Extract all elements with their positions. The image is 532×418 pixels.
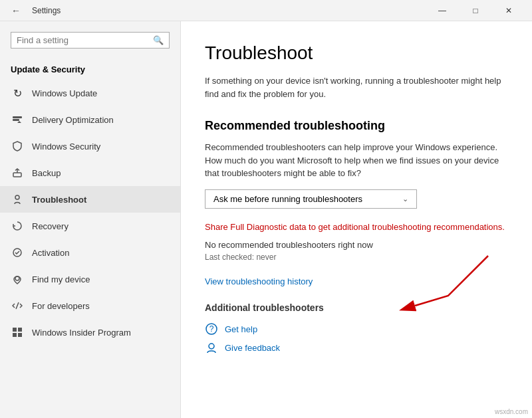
sidebar-item-backup[interactable]: Backup <box>0 159 180 186</box>
titlebar-title: Settings <box>32 6 427 15</box>
app-body: 🔍 Update & Security ↻ Windows Update Del… <box>0 21 532 418</box>
svg-rect-10 <box>18 328 22 332</box>
sidebar-item-find-my-device[interactable]: Find my device <box>0 266 180 292</box>
search-input[interactable] <box>17 35 153 45</box>
sidebar-item-label: Recovery <box>32 221 68 231</box>
watermark: wsxdn.com <box>495 408 528 415</box>
sidebar-item-label: Troubleshoot <box>32 195 86 205</box>
find-my-device-icon <box>11 272 24 286</box>
give-feedback-label: Give feedback <box>225 343 280 353</box>
dropdown-label: Ask me before running troubleshooters <box>213 194 362 204</box>
page-title: Troubleshoot <box>205 43 508 64</box>
sidebar-item-activation[interactable]: Activation <box>0 239 180 266</box>
give-feedback-link[interactable]: Give feedback <box>205 341 508 354</box>
sidebar-item-label: Windows Update <box>32 88 97 98</box>
troubleshoot-dropdown[interactable]: Ask me before running troubleshooters ⌄ <box>205 189 417 209</box>
last-checked-text: Last checked: never <box>205 253 508 262</box>
recommended-section-heading: Recommended troubleshooting <box>205 119 508 133</box>
minimize-button[interactable]: — <box>427 0 458 21</box>
svg-rect-3 <box>13 173 21 177</box>
additional-section: Additional troubleshooters <box>205 302 508 313</box>
titlebar: ← Settings — □ ✕ <box>0 0 532 21</box>
no-troubleshooters-status: No recommended troubleshooters right now <box>205 240 508 250</box>
sidebar-header: 🔍 <box>0 21 180 62</box>
main-panel: Troubleshoot If something on your device… <box>181 21 532 418</box>
windows-update-icon: ↻ <box>11 86 24 100</box>
troubleshoot-icon <box>11 193 24 206</box>
svg-line-8 <box>16 302 19 309</box>
search-box[interactable]: 🔍 <box>11 32 170 49</box>
for-developers-icon <box>11 299 24 312</box>
backup-icon <box>11 166 24 179</box>
windows-insider-icon <box>11 326 24 339</box>
sidebar-item-troubleshoot[interactable]: Troubleshoot <box>0 186 180 213</box>
sidebar-section-title: Update & Security <box>0 62 180 80</box>
delivery-optimization-icon <box>11 113 24 126</box>
sidebar-item-label: Delivery Optimization <box>32 115 114 125</box>
svg-point-5 <box>15 195 19 199</box>
get-help-icon: ? <box>205 322 218 336</box>
get-help-label: Get help <box>225 324 257 334</box>
give-feedback-icon <box>205 341 218 354</box>
svg-rect-0 <box>13 116 22 118</box>
sidebar: 🔍 Update & Security ↻ Windows Update Del… <box>0 21 181 418</box>
svg-rect-1 <box>13 119 19 121</box>
page-subtitle: If something on your device isn't workin… <box>205 74 508 100</box>
maximize-button[interactable]: □ <box>460 0 491 21</box>
sidebar-item-windows-insider[interactable]: Windows Insider Program <box>0 319 180 346</box>
svg-text:?: ? <box>209 324 214 334</box>
svg-rect-11 <box>13 333 17 337</box>
search-icon: 🔍 <box>153 35 164 45</box>
view-history-link[interactable]: View troubleshooting history <box>205 276 313 286</box>
windows-security-icon <box>11 140 24 153</box>
svg-rect-12 <box>18 333 22 337</box>
additional-troubleshooters-heading: Additional troubleshooters <box>205 302 508 313</box>
sidebar-item-label: Find my device <box>32 274 90 284</box>
svg-marker-2 <box>17 121 21 123</box>
activation-icon <box>11 246 24 259</box>
chevron-down-icon: ⌄ <box>402 195 408 203</box>
sidebar-item-delivery-optimization[interactable]: Delivery Optimization <box>0 106 180 133</box>
sidebar-item-for-developers[interactable]: For developers <box>0 292 180 319</box>
close-button[interactable]: ✕ <box>493 0 524 21</box>
back-button[interactable]: ← <box>8 3 24 19</box>
svg-rect-9 <box>13 328 17 332</box>
share-link-container: Share Full Diagnostic data to get additi… <box>205 221 508 241</box>
sidebar-item-label: Windows Security <box>32 142 100 152</box>
get-help-link[interactable]: ? Get help <box>205 322 508 336</box>
sidebar-item-windows-update[interactable]: ↻ Windows Update <box>0 80 180 106</box>
sidebar-item-label: Backup <box>32 168 61 178</box>
recommended-section-desc: Recommended troubleshooters can help imp… <box>205 141 508 180</box>
sidebar-item-label: Windows Insider Program <box>32 328 131 338</box>
sidebar-item-recovery[interactable]: Recovery <box>0 213 180 239</box>
window-controls: — □ ✕ <box>427 0 524 21</box>
svg-point-16 <box>209 344 214 349</box>
sidebar-item-windows-security[interactable]: Windows Security <box>0 133 180 159</box>
sidebar-item-label: For developers <box>32 301 90 311</box>
action-links: ? Get help Give feedback <box>205 322 508 354</box>
sidebar-item-label: Activation <box>32 248 69 258</box>
recovery-icon <box>11 219 24 233</box>
share-diagnostic-link[interactable]: Share Full Diagnostic data to get additi… <box>205 221 505 234</box>
